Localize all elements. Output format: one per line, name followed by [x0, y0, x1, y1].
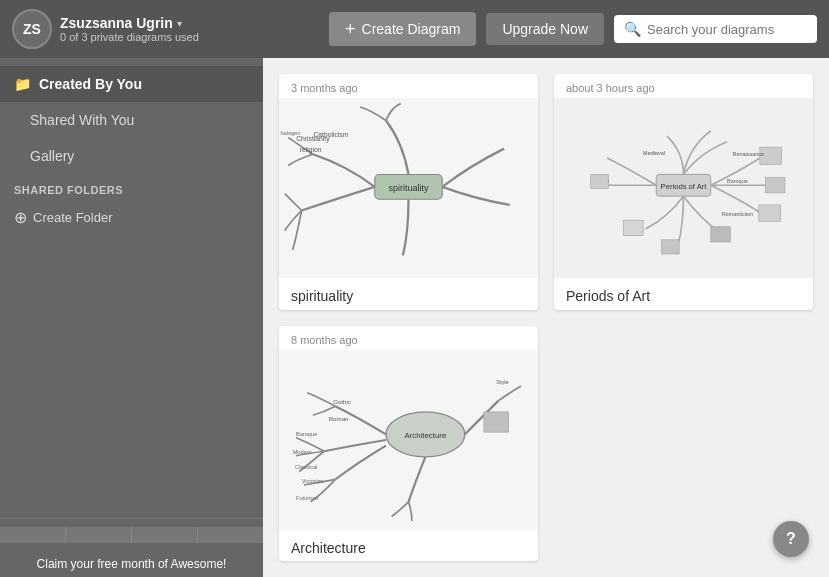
sidebar-item-gallery[interactable]: Gallery: [0, 138, 263, 174]
svg-text:Classical: Classical: [295, 464, 317, 470]
card-timestamp: 3 months ago: [279, 74, 538, 98]
card-preview-spirituality: spirituality: [279, 98, 538, 278]
search-box: 🔍: [614, 15, 817, 43]
user-info: Zsuzsanna Ugrin ▾ 0 of 3 private diagram…: [60, 15, 199, 43]
diagram-card-periods-of-art[interactable]: about 3 hours ago Periods of Art: [554, 74, 813, 310]
folder-icon: 📁: [14, 76, 31, 92]
svg-text:Romanticism: Romanticism: [722, 211, 754, 217]
svg-text:Baroque: Baroque: [727, 178, 748, 184]
svg-text:Style: Style: [496, 378, 508, 384]
claim-bar: Claim your free month of Awesome!: [0, 551, 263, 577]
svg-text:Renaissance: Renaissance: [733, 151, 764, 157]
topbar: ZS Zsuzsanna Ugrin ▾ 0 of 3 private diag…: [0, 0, 829, 58]
mindmap-svg-architecture: Architecture: [279, 350, 538, 530]
mindmap-svg-spirituality: spirituality: [279, 98, 538, 278]
card-title-architecture: Architecture: [279, 530, 538, 562]
plus-circle-icon: ⊕: [14, 208, 27, 227]
diagram-card-architecture[interactable]: 8 months ago Architecture: [279, 326, 538, 562]
svg-text:Victorian: Victorian: [302, 477, 324, 483]
svg-text:religion: religion: [300, 146, 322, 154]
svg-text:Gothic: Gothic: [333, 398, 351, 405]
card-timestamp-periods: about 3 hours ago: [554, 74, 813, 98]
card-preview-periods: Periods of Art: [554, 98, 813, 278]
sidebar-nav: 📁 Created By You Shared With You Gallery…: [0, 58, 263, 518]
svg-rect-19: [624, 220, 644, 235]
sidebar-bottom-btn-1[interactable]: [0, 527, 66, 543]
card-preview-architecture: Architecture: [279, 350, 538, 530]
svg-rect-10: [759, 205, 781, 221]
user-sub: 0 of 3 private diagrams used: [60, 31, 199, 43]
avatar[interactable]: ZS: [12, 9, 52, 49]
shared-folders-label: SHARED FOLDERS: [0, 174, 263, 200]
sidebar-bottom-btn-4[interactable]: [198, 527, 263, 543]
svg-text:halogen: halogen: [280, 130, 300, 136]
create-diagram-button[interactable]: + Create Diagram: [329, 12, 476, 46]
topbar-actions: + Create Diagram Upgrade Now 🔍: [329, 12, 817, 46]
help-button[interactable]: ?: [773, 521, 809, 557]
sidebar-bottom-btn-3[interactable]: [132, 527, 198, 543]
sidebar-item-shared-with-you[interactable]: Shared With You: [0, 102, 263, 138]
search-input[interactable]: [647, 22, 807, 37]
svg-text:Periods of Art: Periods of Art: [661, 182, 708, 191]
card-title-spirituality: spirituality: [279, 278, 538, 310]
mindmap-svg-periods: Periods of Art: [554, 98, 813, 278]
svg-rect-18: [662, 240, 679, 254]
content-area: 3 months ago spirituality: [263, 58, 829, 577]
sidebar-item-created-by-you[interactable]: 📁 Created By You: [0, 66, 263, 102]
svg-text:Roman: Roman: [329, 414, 349, 421]
svg-text:Medieval: Medieval: [643, 150, 665, 156]
chevron-down-icon: ▾: [177, 18, 182, 29]
plus-icon: +: [345, 20, 356, 38]
user-name: Zsuzsanna Ugrin: [60, 15, 173, 31]
card-timestamp-architecture: 8 months ago: [279, 326, 538, 350]
sidebar-bottom: [0, 518, 263, 551]
main-layout: 📁 Created By You Shared With You Gallery…: [0, 58, 829, 577]
svg-text:Architecture: Architecture: [404, 430, 447, 439]
card-title-periods: Periods of Art: [554, 278, 813, 310]
create-folder-button[interactable]: ⊕ Create Folder: [0, 200, 263, 235]
svg-text:Catholicism: Catholicism: [313, 131, 348, 138]
upgrade-button[interactable]: Upgrade Now: [486, 13, 604, 45]
svg-rect-17: [711, 227, 731, 242]
svg-rect-23: [484, 411, 509, 431]
svg-rect-9: [765, 178, 785, 193]
svg-text:Baroque: Baroque: [296, 430, 317, 436]
svg-text:Futurism: Futurism: [296, 494, 318, 500]
sidebar-bottom-btn-2[interactable]: [66, 527, 132, 543]
search-icon: 🔍: [624, 21, 641, 37]
svg-rect-20: [591, 174, 608, 188]
svg-text:Modern: Modern: [293, 448, 312, 454]
svg-text:spirituality: spirituality: [388, 183, 429, 193]
diagram-card-spirituality[interactable]: 3 months ago spirituality: [279, 74, 538, 310]
sidebar: 📁 Created By You Shared With You Gallery…: [0, 58, 263, 577]
